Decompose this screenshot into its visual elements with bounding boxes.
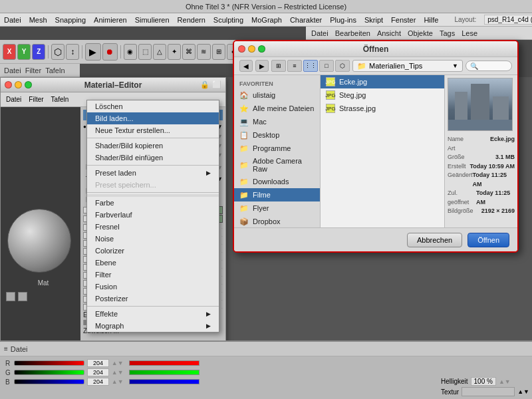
shape-btn-2[interactable]: ⬚ (138, 44, 152, 60)
layout-value[interactable]: psd_R14_c4d (Benutzer) (484, 15, 532, 25)
bottom-b-slider[interactable] (14, 379, 84, 384)
mat-tb-filter[interactable]: Filter (26, 95, 46, 104)
nav-forward-btn[interactable]: ▶ (255, 60, 269, 72)
mat-icon-2[interactable] (18, 292, 27, 301)
ctx-fresnel[interactable]: Fresnel (87, 221, 219, 233)
bottom-g-slider[interactable] (14, 370, 84, 375)
shape-btn-6[interactable]: ≋ (197, 44, 210, 60)
bottom-helligkeit-arrow[interactable]: ▲▼ (499, 378, 511, 385)
ctx-preset-speichern[interactable]: Preset speichern... (87, 179, 219, 191)
sidebar-mac[interactable]: 💻 Mac (234, 115, 320, 128)
bottom-b-value[interactable]: 204 (87, 378, 109, 386)
ctx-bild-laden[interactable]: Bild laden... (87, 112, 219, 124)
ctx-farbe[interactable]: Farbe (87, 197, 219, 209)
sidebar-filme[interactable]: 📁 Filme (234, 188, 320, 201)
ctx-noise[interactable]: Noise (87, 233, 219, 245)
menu-animieren[interactable]: Animieren (94, 16, 127, 24)
menu-fenster[interactable]: Fenster (391, 16, 416, 24)
ctx-preset-laden[interactable]: Preset laden ▶ (87, 167, 219, 179)
file-ecke[interactable]: JPG Ecke.jpg (321, 75, 444, 88)
tb2-item1[interactable]: Datei (4, 66, 21, 74)
menu-plugins[interactable]: Plug-ins (330, 16, 356, 24)
bottom-g-arrow[interactable]: ▲▼ (112, 369, 124, 376)
bottom-textur-arrow[interactable]: ▲▼ (517, 388, 529, 395)
cancel-button[interactable]: Abbrechen (407, 233, 462, 247)
sidebar-desktop[interactable]: 📋 Desktop (234, 128, 320, 142)
ctx-colorizer[interactable]: Colorizer (87, 245, 219, 257)
ctx-farbverlauf[interactable]: Farbverlauf (87, 209, 219, 221)
view-list-btn[interactable]: ≡ (287, 60, 302, 72)
tr-menu-datei[interactable]: Datei (311, 29, 329, 37)
bottom-r-arrow[interactable]: ▲▼ (112, 360, 124, 366)
sidebar-downloads[interactable]: 📁 Downloads (234, 175, 320, 188)
record-btn[interactable]: ⏺ (102, 43, 118, 61)
tb2-item2[interactable]: Filter (25, 66, 41, 74)
axis-y-btn[interactable]: Y (17, 44, 31, 60)
menu-snapping[interactable]: Snapping (55, 16, 86, 24)
ctx-mograph[interactable]: Mograph ▶ (87, 320, 219, 332)
minimize-btn[interactable] (15, 81, 22, 88)
close-btn[interactable] (5, 81, 12, 88)
ctx-posterizer[interactable]: Posterizer (87, 293, 219, 305)
menu-datei[interactable]: Datei (4, 16, 21, 24)
ctx-shader-einfuegen[interactable]: Shader/Bild einfügen (87, 152, 219, 164)
view-cover-btn[interactable]: □ (319, 60, 334, 72)
menu-charakter[interactable]: Charakter (290, 16, 322, 24)
menu-sculpting[interactable]: Sculpting (213, 16, 243, 24)
file-steg[interactable]: JPG Steg.jpg (321, 88, 444, 102)
menu-hilfe[interactable]: Hilfe (424, 16, 438, 24)
axis-z-btn[interactable]: Z (32, 44, 45, 60)
tb2-item3[interactable]: Tafeln (45, 66, 65, 74)
menu-simulieren[interactable]: Simulieren (135, 16, 170, 24)
search-input[interactable] (466, 61, 512, 71)
bottom-r-value[interactable]: 204 (87, 359, 109, 367)
mat-tb-tafeln[interactable]: Tafeln (49, 95, 72, 104)
ctx-fusion[interactable]: Fusion (87, 281, 219, 293)
sidebar-adobe[interactable]: 📁 Adobe Camera Raw (234, 155, 320, 175)
bottom-tb-item[interactable]: Datei (11, 345, 28, 353)
shape-btn-1[interactable]: ◉ (124, 44, 137, 60)
maximize-btn[interactable] (25, 81, 32, 88)
tr-menu-bearbeiten[interactable]: Bearbeiten (335, 29, 370, 37)
ctx-ebene[interactable]: Ebene (87, 257, 219, 269)
view-coverflow-btn[interactable]: ⬡ (335, 60, 350, 72)
menu-mograph[interactable]: MoGraph (251, 16, 282, 24)
shape-btn-4[interactable]: ✦ (168, 44, 181, 60)
bottom-helligkeit-value[interactable]: 100 % (471, 377, 496, 386)
sidebar-dropbox[interactable]: 📦 Dropbox (234, 215, 320, 227)
view-columns-btn[interactable]: ⋮⋮ (303, 60, 318, 72)
tr-menu-ansicht[interactable]: Ansicht (377, 29, 401, 37)
menu-skript[interactable]: Skript (364, 16, 383, 24)
bottom-b-arrow[interactable]: ▲▼ (112, 378, 124, 385)
axis-x-btn[interactable]: X (3, 44, 16, 60)
mat-expand-icon[interactable]: ⬜ (212, 80, 221, 89)
sidebar-programme[interactable]: 📁 Programme (234, 142, 320, 155)
ctx-filter[interactable]: Filter (87, 269, 219, 281)
tr-menu-objekte[interactable]: Objekte (408, 29, 433, 37)
menu-rendern[interactable]: Rendern (178, 16, 205, 24)
file-strasse[interactable]: JPG Strasse.jpg (321, 102, 444, 115)
ctx-shader-kopieren[interactable]: Shader/Bild kopieren (87, 140, 219, 152)
ctx-effekte[interactable]: Effekte ▶ (87, 308, 219, 320)
folder-arrow[interactable]: ▼ (452, 63, 458, 69)
ctx-loeschen[interactable]: Löschen (87, 100, 219, 112)
tr-menu-lese[interactable]: Lese (462, 29, 477, 37)
bottom-textur-field[interactable] (462, 387, 515, 396)
tool-btn-1[interactable]: ⬡ (51, 44, 65, 60)
sidebar-ulistaig[interactable]: 🏠 ulistaig (234, 88, 320, 102)
bottom-r-slider[interactable] (14, 360, 84, 366)
sidebar-flyer[interactable]: 📁 Flyer (234, 201, 320, 215)
play-btn[interactable]: ▶ (85, 43, 100, 61)
nav-back-btn[interactable]: ◀ (239, 60, 253, 72)
mat-icon-1[interactable] (6, 292, 15, 301)
shape-btn-5[interactable]: ⌘ (182, 44, 196, 60)
shape-btn-3[interactable]: △ (153, 44, 166, 60)
sidebar-alle-dateien[interactable]: ⭐ Alle meine Dateien (234, 102, 320, 115)
tool-btn-2[interactable]: ↕ (66, 44, 79, 60)
dlg-maximize-btn[interactable] (258, 45, 265, 53)
mat-lock-icon[interactable]: 🔒 (200, 80, 209, 89)
shape-btn-7[interactable]: ⊞ (212, 44, 225, 60)
mat-tb-datei[interactable]: Datei (3, 95, 24, 104)
tr-menu-tags[interactable]: Tags (440, 29, 455, 37)
menu-mesh[interactable]: Mesh (29, 16, 47, 24)
